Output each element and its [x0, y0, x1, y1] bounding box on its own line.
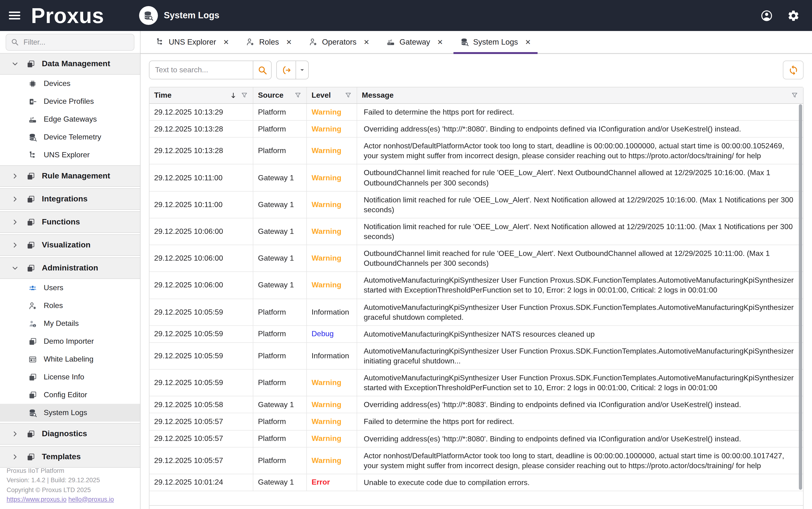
cell-time: 29.12.2025 10:13:28 — [150, 138, 253, 164]
table-row[interactable]: 29.12.2025 10:01:24Gateway 1ErrorUnable … — [150, 474, 803, 491]
col-label-source: Source — [258, 91, 284, 100]
sidebar-item-demo-importer[interactable]: Demo Importer — [0, 333, 140, 350]
empty-row — [150, 491, 803, 505]
cell-time: 29.12.2025 10:11:00 — [150, 191, 253, 218]
cell-source: Gateway 1 — [253, 245, 307, 271]
close-icon[interactable]: ✕ — [363, 38, 369, 46]
col-header-level[interactable]: Level — [307, 87, 357, 103]
table-row[interactable]: 29.12.2025 10:05:58Gateway 1WarningOverr… — [150, 397, 803, 413]
cell-source: Gateway 1 — [253, 165, 307, 191]
export-action[interactable] — [277, 61, 296, 79]
website-link[interactable]: https://www.proxus.io — [7, 496, 66, 503]
chevron-right-icon — [11, 172, 19, 180]
logs-panel: Time Source Level — [149, 87, 804, 509]
table-row[interactable]: 29.12.2025 10:11:00Gateway 1WarningOutbo… — [150, 165, 803, 191]
cell-level: Warning — [307, 218, 357, 245]
cell-message: Actor nonhost/DefaultPlatformActor took … — [357, 447, 803, 474]
tab-system-logs[interactable]: System Logs✕ — [453, 31, 538, 53]
sidebar-item-uns-explorer[interactable]: UNS Explorer — [0, 146, 140, 164]
sort-desc-icon[interactable] — [229, 91, 237, 99]
sidebar-item-label: My Details — [44, 319, 79, 328]
tab-label: Roles — [259, 38, 279, 46]
cell-level: Warning — [307, 245, 357, 271]
table-row[interactable]: 29.12.2025 10:06:00Gateway 1WarningNotif… — [150, 218, 803, 245]
sidebar-item-edge-gateways[interactable]: Edge Gateways — [0, 110, 140, 128]
col-header-source[interactable]: Source — [253, 87, 307, 103]
table-row[interactable]: 29.12.2025 10:13:28PlatformWarningOverri… — [150, 121, 803, 138]
sidebar-item-config-editor[interactable]: Config Editor — [0, 386, 140, 404]
app-root: Proxus System Logs Data ManagementDevice… — [0, 0, 812, 509]
sidebar-item-label: Roles — [44, 301, 63, 310]
col-header-message[interactable]: Message — [357, 87, 803, 103]
col-header-time[interactable]: Time — [150, 87, 253, 103]
sidebar-item-roles[interactable]: Roles — [0, 297, 140, 315]
cell-source: Gateway 1 — [253, 191, 307, 218]
user-avatar-icon[interactable] — [760, 9, 773, 22]
close-icon[interactable]: ✕ — [525, 38, 531, 46]
table-row[interactable]: 29.12.2025 10:05:59PlatformDebugAutomoti… — [150, 326, 803, 343]
db-search-icon — [460, 38, 469, 46]
table-row[interactable]: 29.12.2025 10:05:57PlatformWarningOverri… — [150, 430, 803, 447]
sidebar-item-white-labeling[interactable]: White Labeling — [0, 350, 140, 368]
sidebar-item-label: Device Telemetry — [44, 133, 101, 141]
tab-gateway[interactable]: Gateway✕ — [380, 31, 450, 53]
sidebar-item-system-logs[interactable]: System Logs — [0, 404, 140, 422]
export-icon — [281, 65, 291, 75]
tab-label: Gateway — [399, 38, 430, 46]
table-row[interactable]: 29.12.2025 10:05:59PlatformWarningAutomo… — [150, 370, 803, 396]
sidebar-item-license-info[interactable]: License Info — [0, 368, 140, 386]
search-button[interactable] — [253, 61, 271, 79]
filter-icon[interactable] — [345, 92, 352, 99]
tab-operators[interactable]: Operators✕ — [302, 31, 376, 53]
cell-source: Platform — [253, 104, 307, 120]
sidebar-section-diagnostics[interactable]: Diagnostics — [0, 423, 140, 445]
sidebar-section-data-management[interactable]: Data Management — [0, 53, 140, 75]
vertical-scrollbar[interactable] — [799, 104, 802, 490]
sidebar-section-integrations[interactable]: Integrations — [0, 188, 140, 210]
close-icon[interactable]: ✕ — [286, 38, 292, 46]
cell-message: Notification limit reached for rule 'OEE… — [357, 191, 803, 218]
sidebar-section-templates[interactable]: Templates — [0, 446, 140, 468]
table-row[interactable]: 29.12.2025 10:05:57PlatformWarningActor … — [150, 447, 803, 474]
gear-icon[interactable] — [787, 9, 800, 22]
sidebar-section-visualization[interactable]: Visualization — [0, 234, 140, 256]
sidebar-filter-input[interactable] — [23, 37, 129, 47]
sidebar-item-users[interactable]: Users — [0, 279, 140, 297]
filter-icon[interactable] — [294, 92, 302, 99]
cell-message: Overriding address(es) 'http://*:8083'. … — [357, 397, 803, 413]
platform-name: Proxus IIoT Platform — [7, 466, 133, 476]
filter-icon[interactable] — [791, 92, 799, 99]
col-label-message: Message — [362, 91, 394, 100]
close-icon[interactable]: ✕ — [437, 38, 443, 46]
cell-time: 29.12.2025 10:05:57 — [150, 430, 253, 447]
table-row[interactable]: 29.12.2025 10:05:59PlatformInformationAu… — [150, 299, 803, 326]
cell-time: 29.12.2025 10:05:57 — [150, 447, 253, 474]
tab-roles[interactable]: Roles✕ — [239, 31, 299, 53]
table-row[interactable]: 29.12.2025 10:06:00Gateway 1WarningOutbo… — [150, 245, 803, 272]
table-row[interactable]: 29.12.2025 10:06:00Gateway 1WarningAutom… — [150, 272, 803, 299]
search-input[interactable] — [150, 61, 253, 79]
sidebar-section-rule-management[interactable]: Rule Management — [0, 165, 140, 187]
sidebar-section-administration[interactable]: Administration — [0, 257, 140, 279]
table-row[interactable]: 29.12.2025 10:13:29PlatformWarningFailed… — [150, 104, 803, 121]
table-row[interactable]: 29.12.2025 10:05:57PlatformWarningFailed… — [150, 413, 803, 430]
tab-label: UNS Explorer — [169, 38, 216, 46]
refresh-button[interactable] — [783, 61, 804, 79]
table-row[interactable]: 29.12.2025 10:05:59PlatformInformationAu… — [150, 343, 803, 370]
table-header: Time Source Level — [150, 87, 803, 104]
table-row[interactable]: 29.12.2025 10:13:28PlatformWarningActor … — [150, 138, 803, 164]
tab-uns-explorer[interactable]: UNS Explorer✕ — [149, 31, 236, 53]
email-link[interactable]: hello@proxus.io — [68, 496, 114, 503]
close-icon[interactable]: ✕ — [223, 38, 229, 46]
cell-source: Platform — [253, 299, 307, 325]
sidebar-item-devices[interactable]: Devices — [0, 75, 140, 93]
hamburger-menu-icon[interactable] — [7, 8, 22, 23]
sidebar-section-functions[interactable]: Functions — [0, 211, 140, 233]
export-dropdown[interactable] — [296, 61, 308, 79]
cell-message: AutomotiveManufacturingKpiSynthesizer NA… — [357, 326, 803, 342]
sidebar-item-device-profiles[interactable]: Device Profiles — [0, 93, 140, 110]
table-row[interactable]: 29.12.2025 10:11:00Gateway 1WarningNotif… — [150, 191, 803, 218]
sidebar-item-device-telemetry[interactable]: Device Telemetry — [0, 128, 140, 146]
filter-icon[interactable] — [240, 92, 248, 99]
sidebar-item-my-details[interactable]: My Details — [0, 315, 140, 333]
